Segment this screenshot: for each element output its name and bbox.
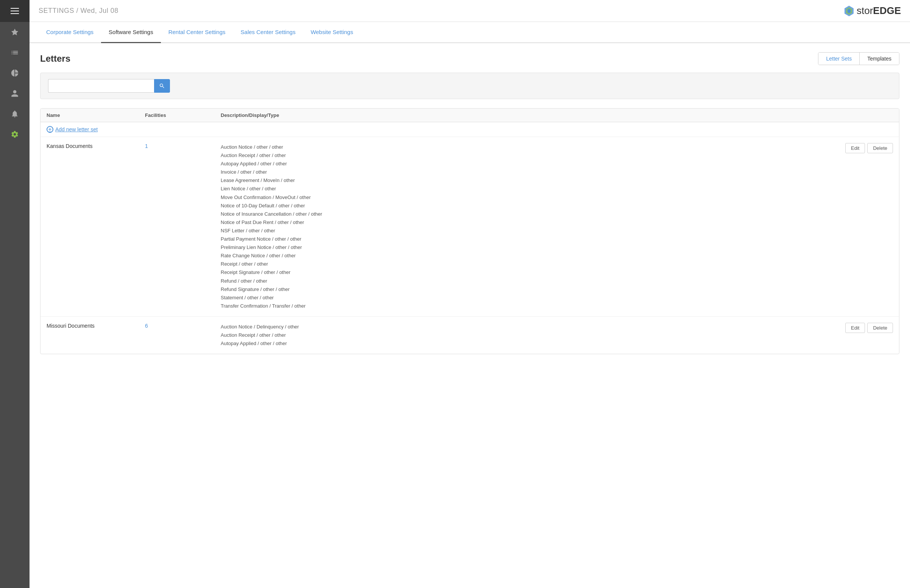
- description-item: Auction Notice / other / other: [221, 143, 841, 151]
- row-descriptions: Auction Notice / Delinquency / otherAuct…: [221, 323, 841, 348]
- sidebar-item-chart[interactable]: [0, 63, 29, 83]
- delete-button[interactable]: Delete: [867, 143, 893, 153]
- sidebar: [0, 0, 29, 588]
- description-item: Notice of Insurance Cancellation / other…: [221, 210, 841, 218]
- row-facilities: 1: [145, 143, 221, 149]
- description-item: NSF Letter / other / other: [221, 227, 841, 235]
- add-label: Add new letter set: [55, 126, 98, 132]
- description-item: Auction Notice / Delinquency / other: [221, 323, 841, 331]
- description-item: Notice of Past Due Rent / other / other: [221, 218, 841, 227]
- col-description: Description/Display/Type: [221, 112, 893, 118]
- description-item: Partial Payment Notice / other / other: [221, 235, 841, 243]
- star-icon: [11, 28, 19, 36]
- tab-corporate[interactable]: Corporate Settings: [39, 22, 101, 43]
- page-title: SETTINGS / Wed, Jul 08: [39, 7, 118, 15]
- col-name: Name: [47, 112, 145, 118]
- list-icon: [11, 48, 19, 57]
- separator: /: [74, 7, 81, 15]
- logo-icon: [843, 5, 855, 17]
- description-item: Statement / other / other: [221, 294, 841, 302]
- tab-sales[interactable]: Sales Center Settings: [233, 22, 303, 43]
- description-item: Lien Notice / other / other: [221, 185, 841, 193]
- page-body: Letters Letter Sets Templates: [29, 43, 910, 363]
- row-actions: Edit Delete: [841, 323, 893, 333]
- templates-button[interactable]: Templates: [859, 53, 899, 65]
- row-name: Kansas Documents: [47, 143, 145, 149]
- tabs-bar: Corporate Settings Software Settings Ren…: [29, 22, 910, 43]
- sidebar-item-list[interactable]: [0, 42, 29, 63]
- description-item: Preliminary Lien Notice / other / other: [221, 243, 841, 252]
- menu-toggle[interactable]: [0, 0, 29, 22]
- person-icon: [11, 89, 19, 98]
- sidebar-item-person[interactable]: [0, 83, 29, 104]
- description-item: Invoice / other / other: [221, 168, 841, 176]
- description-item: Autopay Applied / other / other: [221, 339, 841, 348]
- description-item: Receipt Signature / other / other: [221, 268, 841, 276]
- description-item: Lease Agreement / MoveIn / other: [221, 176, 841, 185]
- topbar: SETTINGS / Wed, Jul 08 storEDGE: [29, 0, 910, 22]
- search-container: [40, 73, 899, 99]
- sidebar-item-bell[interactable]: [0, 104, 29, 124]
- plus-icon: +: [47, 126, 53, 133]
- sidebar-item-settings[interactable]: [0, 124, 29, 145]
- search-button[interactable]: [154, 79, 170, 93]
- description-item: Receipt / other / other: [221, 260, 841, 268]
- letter-sets-table: Name Facilities Description/Display/Type…: [40, 108, 899, 354]
- date-text: Wed, Jul 08: [81, 7, 118, 15]
- row-descriptions: Auction Notice / other / otherAuction Re…: [221, 143, 841, 310]
- logo: storEDGE: [843, 5, 901, 17]
- hamburger-icon: [11, 8, 19, 14]
- add-new-row: + Add new letter set: [40, 122, 899, 137]
- table-row: Kansas Documents 1 Auction Notice / othe…: [40, 137, 899, 317]
- letter-sets-button[interactable]: Letter Sets: [818, 53, 859, 65]
- delete-button[interactable]: Delete: [867, 323, 893, 333]
- row-facilities: 6: [145, 323, 221, 329]
- content-area: Corporate Settings Software Settings Ren…: [29, 22, 910, 588]
- description-item: Refund / other / other: [221, 277, 841, 285]
- description-item: Move Out Confirmation / MoveOut / other: [221, 193, 841, 202]
- table-header: Name Facilities Description/Display/Type: [40, 108, 899, 122]
- table-row: Missouri Documents 6 Auction Notice / De…: [40, 317, 899, 354]
- tab-software[interactable]: Software Settings: [101, 22, 161, 43]
- section-title: Letters: [40, 53, 70, 64]
- chart-icon: [11, 69, 19, 77]
- section-header: Letters Letter Sets Templates: [40, 52, 899, 65]
- row-actions: Edit Delete: [841, 143, 893, 153]
- search-input[interactable]: [48, 79, 154, 93]
- description-item: Auction Receipt / other / other: [221, 151, 841, 160]
- view-toggle: Letter Sets Templates: [818, 52, 899, 65]
- description-item: Autopay Applied / other / other: [221, 160, 841, 168]
- search-icon: [159, 83, 165, 89]
- tab-website[interactable]: Website Settings: [303, 22, 361, 43]
- main-content: SETTINGS / Wed, Jul 08 storEDGE Corporat…: [29, 0, 910, 588]
- gear-icon: [11, 130, 19, 139]
- description-item: Refund Signature / other / other: [221, 285, 841, 294]
- description-item: Auction Receipt / other / other: [221, 331, 841, 339]
- logo-text: storEDGE: [857, 5, 901, 17]
- sidebar-item-favorites[interactable]: [0, 22, 29, 42]
- tab-rental[interactable]: Rental Center Settings: [161, 22, 233, 43]
- edit-button[interactable]: Edit: [845, 143, 865, 153]
- add-letter-set-link[interactable]: + Add new letter set: [47, 126, 98, 133]
- description-item: Notice of 10-Day Default / other / other: [221, 202, 841, 210]
- description-item: Transfer Confirmation / Transfer / other: [221, 302, 841, 310]
- col-facilities: Facilities: [145, 112, 221, 118]
- row-name: Missouri Documents: [47, 323, 145, 329]
- description-item: Rate Change Notice / other / other: [221, 252, 841, 260]
- search-row: [48, 79, 891, 93]
- title-text: SETTINGS: [39, 7, 74, 15]
- bell-icon: [11, 110, 19, 118]
- edit-button[interactable]: Edit: [845, 323, 865, 333]
